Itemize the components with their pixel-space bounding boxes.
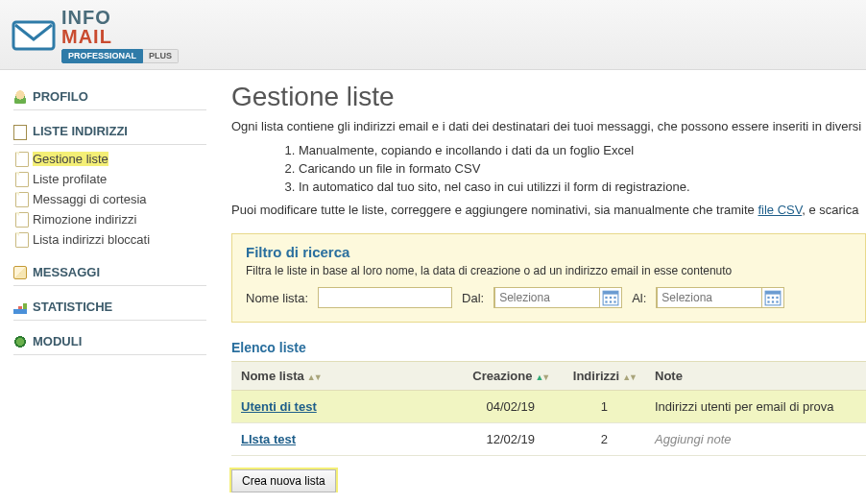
sidebar-sub-lista-bloccati[interactable]: Lista indirizzi bloccati <box>13 229 206 250</box>
col-indirizzi[interactable]: Indirizzi▲▼ <box>564 362 645 391</box>
svg-rect-12 <box>772 297 774 299</box>
svg-rect-10 <box>765 291 781 294</box>
intro-text: Ogni lista contiene gli indirizzi email … <box>231 118 866 220</box>
table-row[interactable]: LIsta test 12/02/19 2 Aggiungi note <box>231 423 866 456</box>
svg-rect-14 <box>768 301 770 303</box>
al-date-input[interactable] <box>657 287 762 308</box>
page-title: Gestione liste <box>231 82 866 112</box>
sidebar-label: MESSAGGI <box>33 265 100 279</box>
sidebar-sub-messaggi-cortesia[interactable]: Messaggi di cortesia <box>13 189 206 209</box>
filter-panel: Filtro di ricerca Filtra le liste in bas… <box>231 233 866 323</box>
sidebar-item-moduli[interactable]: MODULI <box>13 328 206 355</box>
svg-rect-5 <box>614 297 616 299</box>
filter-description: Filtra le liste in base al loro nome, la… <box>246 264 852 277</box>
elenco-liste-heading: Elenco liste <box>231 340 866 355</box>
svg-rect-6 <box>606 301 608 303</box>
nome-lista-label: Nome lista: <box>246 291 308 305</box>
bar-chart-icon <box>13 300 27 314</box>
sidebar-sub-gestione-liste[interactable]: Gestione liste <box>13 149 206 169</box>
main-content: Gestione liste Ogni lista contiene gli i… <box>216 70 866 492</box>
logo-text-info: INFO <box>61 8 179 27</box>
sort-icon: ▲▼ <box>307 372 321 382</box>
intro-step-1: Manualmente, copiando e incollando i dat… <box>299 142 866 160</box>
svg-rect-0 <box>13 22 54 49</box>
intro-step-3: In automatico dal tuo sito, nel caso in … <box>299 179 866 197</box>
svg-rect-4 <box>610 297 612 299</box>
al-date-field[interactable] <box>656 287 784 308</box>
cell-indirizzi: 1 <box>564 391 645 423</box>
svg-rect-15 <box>772 301 774 303</box>
sidebar-item-profilo[interactable]: PROFILO <box>13 84 206 110</box>
cell-indirizzi: 2 <box>564 423 645 456</box>
cell-note: Indirizzi utenti per email di prova <box>645 391 866 423</box>
cell-creazione: 12/02/19 <box>458 423 564 456</box>
sidebar-item-liste[interactable]: LISTE INDIRIZZI <box>13 118 206 145</box>
sidebar-label: PROFILO <box>33 89 88 104</box>
svg-rect-2 <box>603 291 618 294</box>
intro-step-2: Caricando un file in formato CSV <box>299 160 866 179</box>
app-header: INFO MAIL PROFESSIONAL PLUS <box>0 0 866 70</box>
mail-icon <box>13 266 27 279</box>
filter-title: Filtro di ricerca <box>246 244 852 260</box>
col-creazione[interactable]: Creazione▲▼ <box>458 362 564 391</box>
sidebar-sub-liste-profilate[interactable]: Liste profilate <box>13 169 206 189</box>
lista-link[interactable]: LIsta test <box>241 432 296 446</box>
lista-link[interactable]: Utenti di test <box>241 399 317 414</box>
cell-note[interactable]: Aggiungi note <box>645 423 866 456</box>
logo: INFO MAIL PROFESSIONAL PLUS <box>12 8 854 63</box>
file-csv-link[interactable]: file CSV <box>758 203 802 217</box>
cell-creazione: 04/02/19 <box>458 391 564 423</box>
svg-rect-3 <box>606 297 608 299</box>
sidebar-label: STATISTICHE <box>33 300 112 314</box>
calendar-icon[interactable] <box>602 289 619 306</box>
dal-date-input[interactable] <box>494 287 600 308</box>
svg-rect-7 <box>610 301 612 303</box>
page-icon <box>13 125 27 138</box>
sidebar-sublist-liste: Gestione liste Liste profilate Messaggi … <box>13 149 206 250</box>
sidebar-label: LISTE INDIRIZZI <box>33 124 128 138</box>
svg-rect-11 <box>768 297 770 299</box>
dal-date-field[interactable] <box>493 287 622 308</box>
svg-rect-16 <box>777 301 779 303</box>
envelope-icon <box>12 18 56 53</box>
sidebar: PROFILO LISTE INDIRIZZI Gestione liste L… <box>0 70 216 492</box>
nome-lista-input[interactable] <box>318 287 452 308</box>
module-icon <box>13 335 27 348</box>
svg-rect-8 <box>614 301 616 303</box>
col-nome-lista[interactable]: Nome lista▲▼ <box>231 362 458 391</box>
user-icon <box>13 90 27 104</box>
dal-label: Dal: <box>462 291 484 305</box>
table-row[interactable]: Utenti di test 04/02/19 1 Indirizzi uten… <box>231 391 866 423</box>
svg-rect-13 <box>777 297 779 299</box>
badge-professional: PROFESSIONAL <box>61 49 143 63</box>
sort-icon: ▲▼ <box>622 372 636 382</box>
sort-icon: ▲▼ <box>535 372 548 382</box>
calendar-icon[interactable] <box>764 289 782 306</box>
badge-plus: PLUS <box>143 49 179 63</box>
crea-nuova-lista-button[interactable]: Crea nuova lista <box>231 469 336 492</box>
sidebar-label: MODULI <box>33 334 82 348</box>
sidebar-sub-rimozione-indirizzi[interactable]: Rimozione indirizzi <box>13 209 206 229</box>
al-label: Al: <box>632 291 646 305</box>
sidebar-item-statistiche[interactable]: STATISTICHE <box>13 294 206 321</box>
logo-text-mail: MAIL <box>61 27 179 46</box>
col-note[interactable]: Note <box>645 362 866 391</box>
sidebar-item-messaggi[interactable]: MESSAGGI <box>13 259 206 286</box>
liste-table: Nome lista▲▼ Creazione▲▼ Indirizzi▲▼ Not… <box>231 361 866 456</box>
